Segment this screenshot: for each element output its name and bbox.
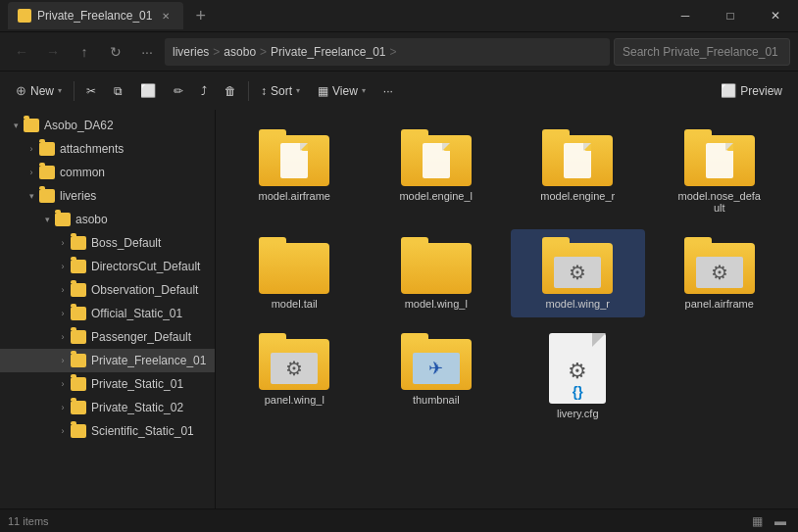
file-name: model.wing_l [405, 298, 468, 310]
toolbar-separator-1 [74, 81, 75, 101]
forward-btn[interactable]: → [39, 38, 67, 66]
delete-icon: 🗑 [224, 84, 236, 98]
file-name: model.tail [272, 298, 318, 310]
chevron-icon: ▾ [24, 188, 39, 204]
item-count: 11 items [8, 515, 49, 527]
more-options-btn[interactable]: ··· [375, 77, 401, 105]
cfg-file-icon: ⚙{} [549, 333, 606, 404]
breadcrumb-asobo[interactable]: asobo [224, 45, 256, 59]
breadcrumb-liveries[interactable]: liveries [173, 45, 209, 59]
sidebar-item-label: Official_Static_01 [91, 307, 182, 320]
view-icon: ▦ [318, 84, 328, 98]
sidebar-item-label: DirectorsCut_Default [91, 260, 200, 273]
up-btn[interactable]: ↑ [71, 38, 98, 66]
sidebar-item[interactable]: ›Private_Static_02 [0, 396, 215, 419]
delete-btn[interactable]: 🗑 [217, 77, 244, 105]
view-btn[interactable]: ▦ View ▾ [310, 77, 374, 105]
sort-label: Sort [271, 84, 292, 98]
file-item[interactable]: model.tail [227, 229, 362, 317]
file-item[interactable]: model.airframe [227, 121, 362, 221]
sort-arrows-icon: ↕ [261, 84, 267, 98]
sidebar-item[interactable]: ›Private_Freelance_01 [0, 349, 215, 372]
sidebar-item[interactable]: ›DirectorsCut_Default [0, 255, 215, 278]
paste-btn[interactable]: ⬜ [132, 77, 164, 105]
search-box[interactable]: Search Private_Freelance_01 [614, 38, 790, 66]
folder-icon-large [259, 237, 329, 294]
folder-icon [24, 119, 39, 132]
folder-icon [71, 377, 86, 391]
chevron-icon: ▾ [8, 118, 24, 133]
file-item[interactable]: ⚙{}livery.cfg [511, 325, 645, 427]
maximize-btn[interactable]: □ [708, 0, 753, 31]
file-name: model.engine_l [399, 190, 473, 202]
close-btn[interactable]: ✕ [753, 0, 798, 31]
toolbar: ⊕ New ▾ ✂ ⧉ ⬜ ✏ ⤴ 🗑 ↕ Sort ▾ ▦ View ▾ ··… [0, 71, 798, 110]
file-name: model.wing_r [546, 298, 610, 310]
refresh-btn[interactable]: ↻ [102, 38, 129, 66]
sidebar-item[interactable]: ▾liveries [0, 184, 215, 208]
tab-close-btn[interactable]: ✕ [158, 9, 174, 24]
more-options-icon: ··· [383, 84, 393, 98]
sidebar-item[interactable]: ›attachments [0, 137, 215, 161]
sidebar-item[interactable]: ▾asobo [0, 208, 215, 231]
file-item[interactable]: ✈thumbnail [370, 325, 504, 427]
sidebar-item-label: liveries [60, 189, 96, 203]
chevron-icon: ▾ [39, 212, 55, 227]
folder-icon [39, 142, 55, 156]
copy-btn[interactable]: ⧉ [106, 77, 130, 105]
share-btn[interactable]: ⤴ [193, 77, 215, 105]
sort-btn[interactable]: ↕ Sort ▾ [253, 77, 308, 105]
breadcrumb-current[interactable]: Private_Freelance_01 [271, 45, 385, 59]
window-controls: ─ □ ✕ [663, 0, 798, 31]
sidebar-item[interactable]: ›Scientific_Static_01 [0, 419, 215, 443]
folder-icon-large: ⚙ [542, 237, 613, 294]
folder-icon [39, 189, 55, 203]
sidebar-item-label: Private_Static_01 [91, 377, 183, 391]
chevron-icon: › [55, 306, 71, 321]
file-name: thumbnail [413, 394, 460, 406]
file-item[interactable]: model.nose_default [653, 121, 787, 221]
sidebar-item[interactable]: ›common [0, 161, 215, 184]
more-nav-btn[interactable]: ··· [133, 38, 161, 66]
file-item[interactable]: ⚙model.wing_r [511, 229, 645, 317]
file-area: model.airframemodel.engine_lmodel.engine… [216, 110, 798, 508]
folder-icon-large [684, 129, 755, 186]
active-tab[interactable]: Private_Freelance_01 ✕ [8, 2, 183, 29]
file-item[interactable]: model.engine_l [370, 121, 504, 221]
file-name: panel.wing_l [265, 394, 324, 406]
folder-icon-large: ✈ [401, 333, 472, 390]
rename-btn[interactable]: ✏ [166, 77, 191, 105]
paste-icon: ⬜ [140, 83, 156, 98]
search-placeholder: Search Private_Freelance_01 [623, 45, 778, 59]
cut-btn[interactable]: ✂ [78, 77, 104, 105]
sidebar-item[interactable]: ▾Asobo_DA62 [0, 114, 215, 137]
sidebar-item-label: Observation_Default [91, 283, 198, 297]
main-content: ▾Asobo_DA62›attachments›common▾liveries▾… [0, 110, 798, 508]
file-item[interactable]: ⚙panel.wing_l [227, 325, 362, 427]
share-icon: ⤴ [201, 84, 207, 98]
file-item[interactable]: ⚙panel.airframe [653, 229, 787, 317]
folder-icon-large [401, 237, 472, 294]
list-view-btn[interactable]: ▬ [771, 513, 790, 529]
breadcrumb-bar[interactable]: liveries > asobo > Private_Freelance_01 … [165, 38, 610, 66]
sidebar-item-label: common [60, 166, 105, 179]
file-item[interactable]: model.engine_r [511, 121, 645, 221]
new-icon: ⊕ [16, 83, 26, 98]
sidebar-item[interactable]: ›Private_Static_01 [0, 372, 215, 396]
new-btn[interactable]: ⊕ New ▾ [8, 77, 70, 105]
file-name: model.nose_default [675, 190, 764, 214]
file-name: model.airframe [259, 190, 330, 202]
file-item[interactable]: model.wing_l [370, 229, 504, 317]
sidebar-item[interactable]: ›Boss_Default [0, 231, 215, 255]
preview-btn[interactable]: ⬜ Preview [713, 79, 790, 102]
sidebar-item[interactable]: ›Passenger_Default [0, 325, 215, 349]
grid-view-btn[interactable]: ▦ [747, 513, 767, 529]
sidebar-item[interactable]: ›Official_Static_01 [0, 302, 215, 325]
title-bar: Private_Freelance_01 ✕ + ─ □ ✕ [0, 0, 798, 31]
sidebar: ▾Asobo_DA62›attachments›common▾liveries▾… [0, 110, 216, 508]
folder-icon [71, 307, 86, 320]
sidebar-item[interactable]: ›Observation_Default [0, 278, 215, 302]
new-tab-btn[interactable]: + [189, 6, 212, 26]
minimize-btn[interactable]: ─ [663, 0, 708, 31]
back-btn[interactable]: ← [8, 38, 35, 66]
